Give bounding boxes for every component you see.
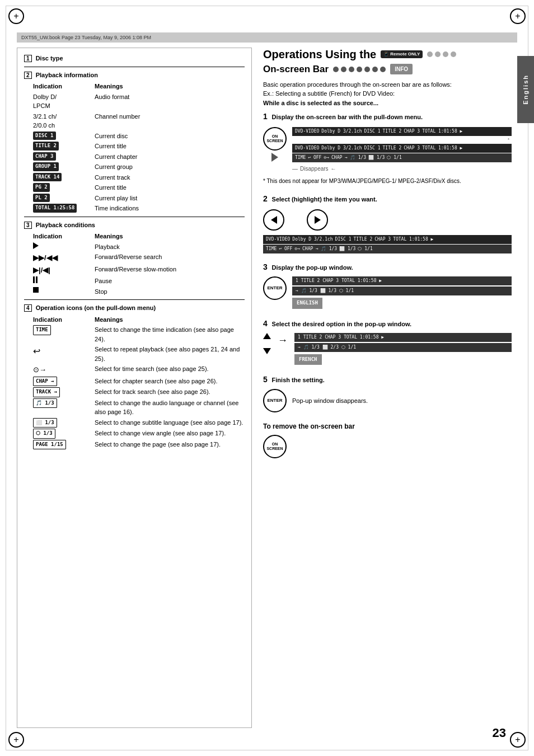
title-badge: TITLE 2 [33,142,59,151]
table-row: TOTAL 1:25:58 Time indications [33,204,245,213]
table-row: PAGE 1/15 Select to change the page (see… [33,440,245,450]
arrow-left-icon [271,216,277,224]
section3-title: 3 Playback conditions [24,220,245,230]
enter-btn-5[interactable]: ENTER [263,389,287,412]
dot8 [357,67,362,72]
corner-mark-tl [8,8,24,24]
meaning-cell: Select to change the audio language or c… [95,398,245,417]
table-row: 🎵 1/3 Select to change the audio languag… [33,398,245,417]
table-row: Stop [33,287,245,297]
meaning-cell: Current disc [95,132,245,141]
info-badge: INFO [390,64,413,74]
table-row: ↩ Select to repeat playback (see also pa… [33,345,245,363]
track-badge: TRACK 14 [33,173,62,182]
pause-icon [33,276,38,283]
disappears-label: Disappears ← [292,165,512,173]
page-cell: PAGE 1/15 [33,440,95,450]
on-screen-btn-remove[interactable]: ON SCREEN [263,435,287,458]
meaning-cell: Select for track search (see also page 2… [95,387,245,397]
meaning-cell: Select to repeat playback (see also page… [95,345,245,363]
meaning-cell: Current group [95,162,245,172]
table-row: CHAP 3 Current chapter [33,152,245,162]
step4-text: Select the desired option in the pop-up … [272,321,412,327]
slow-cell: ▶|/◀| [33,265,95,276]
arrow-down-icon [263,348,271,354]
dvd-bar-2: DVD-VIDEO Dolby D 3/2.1ch DISC 1 TITLE 2… [263,235,512,244]
on-screen-label: ON SCREEN [264,134,285,143]
chap-arrow-badge: CHAP → [33,377,57,387]
bar-display-1: DVD-VIDEO Dolby D 3/2.1ch DISC 1 TITLE 2… [292,127,512,173]
table-row: DISC 1 Current disc [33,132,245,141]
time-bar-1: TIME ↩ OFF ⊙→ CHAP → 🎵 1/3 ⬜ 1/3 ⬡ 1/1 [292,153,512,162]
step2-arrows [263,209,512,231]
meaning-cell: Current title [95,183,245,192]
section2-title: 2 Playback information [24,71,245,80]
enter-btn-3[interactable]: ENTER [263,276,287,300]
english-label: English [522,74,529,105]
table-row: CHAP → Select for chapter search (see al… [33,377,245,387]
chap-search-cell: CHAP → [33,377,95,387]
section4-title: 4 Operation icons (on the pull-down menu… [24,303,245,313]
stop-icon [33,287,39,293]
meaning-cell: Select to change subtitle language (see … [95,418,245,428]
step1-button-area: ON SCREEN [263,127,287,162]
ops-subtitle: On-screen Bar INFO [263,62,512,77]
english-tab: English [517,56,534,123]
remote-badge: 📱 Remote ONLY [381,50,423,58]
indication-cell: DISC 1 [33,132,95,140]
table-row: ▶▶/◀◀ Forward/Reverse search [33,252,245,264]
pl-badge: PL 2 [33,194,50,203]
indication-cell: TOTAL 1:25:58 [33,204,95,213]
on-screen-btn-1[interactable]: ON SCREEN [263,127,287,151]
right-column: Operations Using the 📱 Remote ONLY On-sc… [263,48,512,728]
repeat-sym-cell: ↩ [33,345,95,358]
arrow-right-icon [315,216,321,224]
dots-row2 [333,67,386,72]
dot1 [427,51,433,57]
meaning-cell: Current title [95,142,245,151]
on-screen-remove: ON SCREEN [263,435,512,458]
nav-right-btn[interactable] [307,209,328,231]
indication-cell: PG 2 [33,183,95,192]
step4-area: → 1 TITLE 2 CHAP 3 TOTAL 1:01:58 ▶ → 🎵 1… [263,333,512,367]
dot4 [451,51,456,57]
remove-title: To remove the on-screen bar [263,421,512,431]
table-row: ⬜ 1/3 Select to change subtitle language… [33,418,245,428]
dot3 [443,51,448,57]
dot7 [349,67,354,72]
dvd-bar-top: DVD-VIDEO Dolby D 3/2.1ch DISC 1 TITLE 2… [292,127,512,136]
table-row: TRACK 14 Current track [33,173,245,182]
step5-text: Finish the setting. [272,377,325,383]
step4-num: 4 Select the desired option in the pop-u… [263,318,512,330]
table3-header: Indication Meanings [33,232,245,241]
arrow-right-area [271,153,278,162]
asterisk-note: * [292,137,509,143]
dot2 [435,51,441,57]
meaning-cell: Select for chapter search (see also page… [95,377,245,386]
finish-note: Pop-up window disappears. [292,396,368,406]
remote-icon: 📱 [383,51,389,57]
meaning-cell: Stop [95,287,245,297]
table-row: PL 2 Current play list [33,194,245,203]
play-icon [33,242,39,249]
left-column: 1 Disc type 2 Playback information Indic… [17,48,252,728]
indication-cell: GROUP 1 [33,162,95,171]
corner-mark-br [510,732,526,748]
meaning-cell: Forward/Reverse search [95,252,245,262]
meaning-cell: Current track [95,173,245,182]
table-row: Playback [33,242,245,252]
arrow-right-icon [271,153,278,162]
meaning-cell: Playback [95,242,245,252]
audio-cell: 🎵 1/3 [33,398,95,408]
dvd-bar-bottom: DVD-VIDEO Dolby D 3/2.1ch DISC 1 TITLE 2… [292,144,512,153]
timesearch-sym-cell: ⊙→ [33,364,95,375]
meaning-cell: Audio format [95,92,245,102]
table-row: TRACK → Select for track search (see als… [33,387,245,397]
table-row: TIME Select to change the time indicatio… [33,325,245,344]
nav-left-btn[interactable] [263,209,284,231]
divider2 [24,217,245,217]
table-row: TITLE 2 Current title [33,142,245,151]
step1: 1 Display the on-screen bar with the pul… [263,111,512,185]
play-sym-cell [33,242,95,249]
page-badge: PAGE 1/15 [33,440,66,450]
